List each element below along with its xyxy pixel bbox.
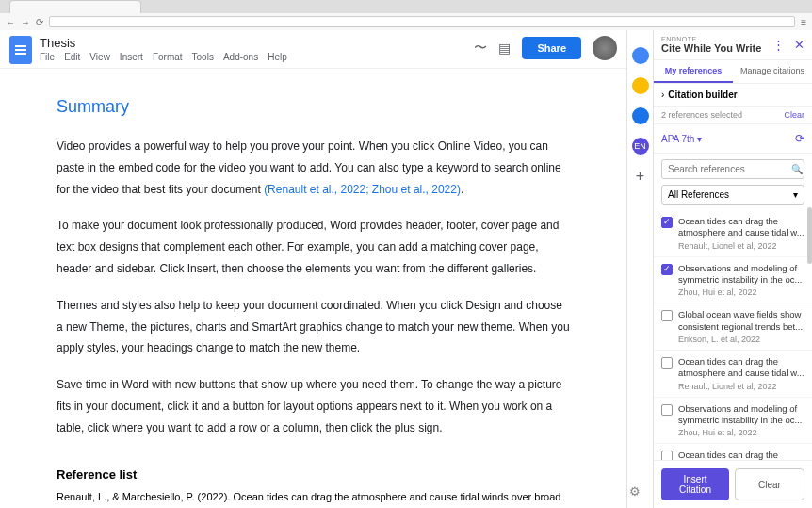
nav-reload-icon[interactable]: ⟳ bbox=[36, 17, 43, 27]
reference-title: Observations and modeling of symmetric i… bbox=[678, 263, 804, 287]
panel-menu-icon[interactable]: ⋮ bbox=[772, 38, 785, 52]
nav-back-icon[interactable]: ← bbox=[6, 17, 15, 27]
reference-checkbox[interactable] bbox=[661, 451, 673, 460]
insert-citation-button[interactable]: Insert Citation bbox=[661, 468, 729, 500]
reference-checkbox[interactable] bbox=[661, 310, 673, 321]
reference-item[interactable]: Ocean tides can drag the atmosphere and … bbox=[654, 210, 812, 257]
reference-item[interactable]: Global ocean wave fields show consistent… bbox=[654, 303, 812, 351]
reference-item[interactable]: Ocean tides can drag the atmosphere and … bbox=[654, 444, 812, 460]
reference-checkbox[interactable] bbox=[661, 404, 673, 416]
reference-list[interactable]: Ocean tides can drag the atmosphere and … bbox=[654, 210, 812, 460]
reference-title: Ocean tides can drag the atmosphere and … bbox=[678, 216, 804, 239]
menu-format[interactable]: Format bbox=[153, 52, 183, 62]
menu-view[interactable]: View bbox=[89, 52, 110, 62]
reference-checkbox[interactable] bbox=[661, 217, 673, 228]
reference-author: Renault, Lionel et al, 2022 bbox=[678, 241, 804, 251]
reference-title: Global ocean wave fields show consistent… bbox=[678, 309, 804, 333]
keep-icon[interactable] bbox=[632, 77, 649, 94]
menu-add-ons[interactable]: Add-ons bbox=[223, 52, 258, 62]
settings-icon[interactable]: ⚙ bbox=[629, 484, 641, 499]
panel-brand: ENDNOTE bbox=[661, 36, 761, 42]
add-addon-icon[interactable]: + bbox=[632, 168, 649, 185]
browser-chrome: ← → ⟳ ≡ bbox=[0, 0, 812, 30]
menu-help[interactable]: Help bbox=[268, 52, 287, 62]
reference-filter-select[interactable]: All References▾ bbox=[661, 185, 804, 205]
document-body[interactable]: Summary Video provides a powerful way to… bbox=[0, 69, 626, 508]
activity-icon[interactable]: 〜 bbox=[474, 40, 487, 57]
reference-checkbox[interactable] bbox=[661, 357, 673, 369]
tasks-icon[interactable] bbox=[632, 107, 649, 124]
scrollbar[interactable] bbox=[807, 210, 812, 264]
nav-menu-icon[interactable]: ≡ bbox=[801, 17, 806, 27]
paragraph: Video provides a powerful way to help yo… bbox=[57, 136, 570, 200]
paragraph: Themes and styles also help to keep your… bbox=[57, 295, 570, 359]
share-button[interactable]: Share bbox=[522, 37, 581, 59]
selection-count: 2 references selected bbox=[661, 110, 742, 120]
docs-logo-icon[interactable] bbox=[9, 36, 32, 64]
chevron-right-icon: › bbox=[661, 90, 664, 100]
citation-builder-toggle[interactable]: › Citation builder bbox=[654, 84, 812, 107]
search-icon[interactable]: 🔍 bbox=[791, 164, 803, 174]
reference-title: Ocean tides can drag the atmosphere and … bbox=[678, 450, 804, 460]
avatar[interactable] bbox=[593, 36, 617, 60]
close-icon[interactable]: ✕ bbox=[794, 38, 804, 52]
url-bar[interactable] bbox=[49, 16, 795, 27]
reference-item[interactable]: Ocean tides can drag the atmosphere and … bbox=[654, 351, 812, 398]
menu-insert[interactable]: Insert bbox=[120, 52, 143, 62]
menu-edit[interactable]: Edit bbox=[64, 52, 80, 62]
menu-tools[interactable]: Tools bbox=[192, 52, 214, 62]
clear-selection-link[interactable]: Clear bbox=[784, 110, 804, 120]
panel-title: Cite While You Write bbox=[661, 42, 761, 54]
reference-item[interactable]: Observations and modeling of symmetric i… bbox=[654, 257, 812, 304]
chevron-down-icon: ▾ bbox=[793, 189, 798, 200]
tab-manage-citations[interactable]: Manage citations bbox=[733, 60, 812, 83]
paragraph: Save time in Word with new buttons that … bbox=[57, 374, 570, 438]
search-references-input[interactable]: 🔍 bbox=[661, 159, 804, 179]
citation-style-select[interactable]: APA 7th ▾ bbox=[661, 134, 702, 144]
paragraph: To make your document look professionall… bbox=[57, 215, 570, 279]
endnote-icon[interactable]: EN bbox=[632, 138, 649, 155]
reference-author: Zhou, Hui et al, 2022 bbox=[678, 428, 804, 437]
side-rail: EN + bbox=[627, 30, 654, 508]
reference-item[interactable]: Observations and modeling of symmetric i… bbox=[654, 398, 812, 445]
reference-list-heading: Reference list bbox=[57, 467, 570, 482]
comments-icon[interactable]: ▤ bbox=[498, 41, 511, 56]
reference-title: Ocean tides can drag the atmosphere and … bbox=[678, 356, 804, 380]
browser-tab[interactable] bbox=[9, 0, 141, 13]
reference-checkbox[interactable] bbox=[661, 264, 673, 275]
reference-title: Observations and modeling of symmetric i… bbox=[678, 403, 804, 427]
reference-author: Erikson, L. et al, 2022 bbox=[678, 335, 804, 344]
clear-button[interactable]: Clear bbox=[735, 468, 804, 500]
summary-heading: Summary bbox=[57, 97, 570, 117]
reference-author: Zhou, Hui et al, 2022 bbox=[678, 287, 804, 297]
nav-forward-icon[interactable]: → bbox=[21, 17, 30, 27]
menu-file[interactable]: File bbox=[40, 52, 55, 62]
inline-citation[interactable]: (Renault et al., 2022; Zhou et al., 2022… bbox=[264, 183, 461, 196]
doc-title[interactable]: Thesis bbox=[40, 36, 466, 50]
tab-my-references[interactable]: My references bbox=[654, 60, 733, 83]
reference-author: Renault, Lionel et al, 2022 bbox=[678, 382, 804, 391]
calendar-icon[interactable] bbox=[632, 47, 649, 64]
refresh-icon[interactable]: ⟳ bbox=[795, 132, 804, 145]
doc-header: Thesis FileEditViewInsertFormatToolsAdd-… bbox=[0, 30, 626, 69]
reference-entry: Renault, L., & Marchesiello, P. (2022). … bbox=[57, 489, 570, 508]
endnote-panel: ENDNOTE Cite While You Write ⋮ ✕ My refe… bbox=[654, 30, 812, 508]
